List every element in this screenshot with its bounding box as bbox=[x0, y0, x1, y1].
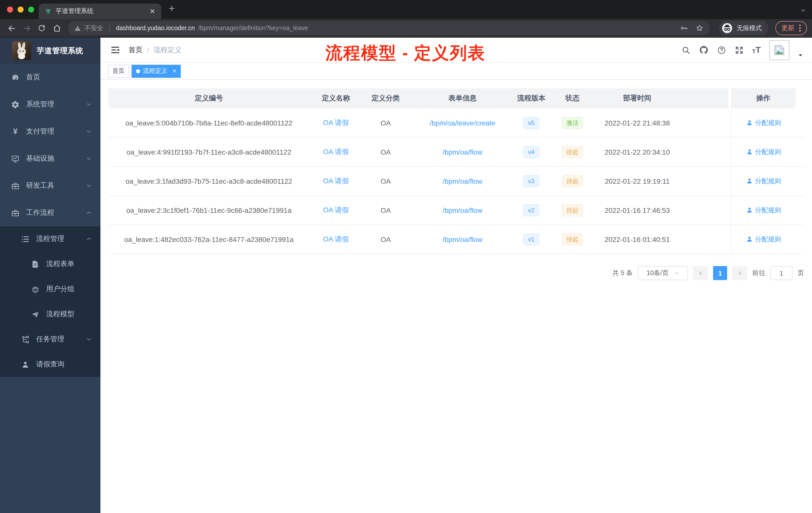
page-number-1[interactable]: 1 bbox=[713, 266, 727, 280]
chevron-down-icon bbox=[86, 156, 92, 162]
tab-search-caret-icon[interactable] bbox=[801, 6, 806, 15]
app-title: 芋道管理系统 bbox=[37, 46, 83, 56]
sidebar-item-task-management[interactable]: 任务管理 bbox=[0, 327, 100, 352]
form-info-link[interactable]: /bpm/oa/flow bbox=[443, 148, 483, 156]
tags-view-bar: 首页流程定义✕ bbox=[100, 63, 812, 80]
column-header: 状态 bbox=[546, 88, 599, 109]
help-icon[interactable] bbox=[717, 46, 726, 55]
assign-rule-link[interactable]: 分配规则 bbox=[746, 235, 781, 244]
sidebar-item-dev-tools[interactable]: 研发工具 bbox=[0, 172, 100, 199]
form-info-cell: /bpm/oa/flow bbox=[409, 138, 516, 166]
maximize-window-button[interactable] bbox=[28, 6, 34, 12]
browser-menu-kebab-icon[interactable] bbox=[799, 24, 801, 32]
deploy-time: 2022-01-22 21:48:38 bbox=[599, 109, 676, 137]
definition-name-link[interactable]: OA 请假 bbox=[323, 235, 349, 244]
sidebar-item-process-form[interactable]: 流程表单 bbox=[0, 251, 100, 277]
sidebar-item-workflow[interactable]: 工作流程 bbox=[0, 199, 100, 227]
operation-cell: 分配规则 bbox=[731, 196, 795, 224]
tag-close-icon[interactable]: ✕ bbox=[172, 68, 176, 74]
goto-page-input[interactable] bbox=[770, 266, 792, 280]
hamburger-icon[interactable] bbox=[107, 46, 123, 54]
gear-icon bbox=[10, 100, 20, 109]
chevron-up-icon bbox=[86, 236, 92, 242]
search-icon[interactable] bbox=[682, 46, 691, 55]
form-info-link[interactable]: /bpm/oa/flow bbox=[443, 206, 483, 214]
definition-category: OA bbox=[362, 167, 409, 195]
sidebar-item-user-group[interactable]: 用户分组 bbox=[0, 277, 100, 302]
definition-name-link[interactable]: OA 请假 bbox=[323, 176, 349, 185]
next-page-button[interactable] bbox=[732, 266, 747, 280]
breadcrumb-separator: / bbox=[147, 46, 149, 54]
sidebar-item-label: 流程管理 bbox=[36, 234, 64, 243]
password-key-icon[interactable] bbox=[680, 24, 688, 32]
sidebar-item-payment[interactable]: ¥支付管理 bbox=[0, 118, 100, 145]
font-size-icon[interactable]: TT bbox=[752, 46, 761, 54]
new-tab-button[interactable]: + bbox=[169, 2, 175, 14]
sidebar-logo[interactable]: 芋道管理系统 bbox=[0, 38, 100, 64]
tab-close-icon[interactable]: ✕ bbox=[150, 7, 155, 15]
tag-label: 首页 bbox=[113, 67, 124, 75]
assign-rule-link[interactable]: 分配规则 bbox=[746, 176, 781, 185]
close-window-button[interactable] bbox=[7, 6, 13, 12]
forward-icon[interactable] bbox=[20, 22, 33, 35]
breadcrumb-home[interactable]: 首页 bbox=[128, 46, 143, 55]
deploy-time: 2022-01-16 17:46:53 bbox=[599, 196, 676, 224]
sidebar-item-leave-query[interactable]: 请假查询 bbox=[0, 352, 100, 377]
status-badge: 挂起 bbox=[562, 146, 583, 158]
tree-icon bbox=[21, 335, 30, 343]
sidebar-item-process-model[interactable]: 流程模型 bbox=[0, 302, 100, 327]
prev-page-button[interactable] bbox=[693, 266, 708, 280]
definition-name-link[interactable]: OA 请假 bbox=[323, 118, 349, 127]
definition-category: OA bbox=[362, 225, 409, 253]
definition-id: oa_leave:5:004b710b-7b8a-11ec-8ef0-acde4… bbox=[109, 109, 309, 137]
annotation-title: 流程模型 - 定义列表 bbox=[325, 42, 485, 65]
tag-首页[interactable]: 首页 bbox=[108, 64, 129, 78]
back-icon[interactable] bbox=[5, 22, 18, 35]
sidebar-item-label: 系统管理 bbox=[26, 100, 54, 109]
status-badge: 挂起 bbox=[562, 204, 583, 216]
minimize-window-button[interactable] bbox=[18, 6, 24, 12]
assign-rule-link[interactable]: 分配规则 bbox=[746, 118, 781, 127]
form-info-cell: /bpm/oa/flow bbox=[409, 167, 516, 195]
page-size-select[interactable]: 10条/页 bbox=[638, 266, 688, 280]
avatar[interactable] bbox=[769, 40, 789, 60]
table-row: oa_leave:3:1fad3d93-7b75-11ec-a3c8-acde4… bbox=[109, 167, 804, 196]
status-badge: 挂起 bbox=[562, 233, 583, 245]
status-cell: 挂起 bbox=[546, 225, 599, 253]
update-button[interactable]: 更新 bbox=[775, 21, 807, 35]
reload-icon[interactable] bbox=[35, 22, 48, 35]
sidebar-submenu: 流程管理流程表单用户分组流程模型任务管理请假查询 bbox=[0, 227, 100, 377]
column-header: 定义分类 bbox=[362, 88, 409, 109]
deploy-time: 2022-01-22 20:34:10 bbox=[599, 138, 676, 166]
definition-name-link[interactable]: OA 请假 bbox=[323, 206, 349, 215]
definition-name-link[interactable]: OA 请假 bbox=[323, 147, 349, 156]
caret-down-icon[interactable] bbox=[798, 53, 803, 58]
form-info-link[interactable]: /bpm/oa/leave/create bbox=[430, 119, 495, 127]
column-header: 表单信息 bbox=[409, 88, 516, 109]
sidebar-item-home[interactable]: 首页 bbox=[0, 64, 100, 91]
form-info-link[interactable]: /bpm/oa/flow bbox=[443, 235, 483, 243]
github-icon[interactable] bbox=[699, 45, 708, 55]
version-tag: v1 bbox=[523, 233, 539, 245]
bookmark-star-icon[interactable] bbox=[696, 24, 703, 32]
tag-流程定义[interactable]: 流程定义✕ bbox=[132, 64, 181, 78]
column-header-filler bbox=[676, 88, 728, 109]
sidebar-item-infrastructure[interactable]: 基础设施 bbox=[0, 145, 100, 172]
fullscreen-icon[interactable] bbox=[735, 46, 744, 55]
column-header: 流程版本 bbox=[516, 88, 546, 109]
form-info-link[interactable]: /bpm/oa/flow bbox=[443, 177, 483, 185]
sidebar-item-label: 研发工具 bbox=[26, 181, 54, 190]
browser-tab[interactable]: 芋道管理系统 ✕ bbox=[39, 3, 161, 19]
assign-rule-link[interactable]: 分配规则 bbox=[746, 147, 781, 156]
assign-rule-label: 分配规则 bbox=[755, 147, 781, 156]
address-bar[interactable]: 不安全 | dashboard.yudao.iocoder.cn /bpm/ma… bbox=[68, 21, 710, 35]
sidebar-item-process-management[interactable]: 流程管理 bbox=[0, 227, 100, 251]
browser-tabstrip: 芋道管理系统 ✕ + bbox=[0, 0, 812, 19]
top-navbar: 首页 / 流程定义 流程模型 - 定义列表 TT bbox=[100, 38, 812, 63]
definition-name-cell: OA 请假 bbox=[309, 167, 362, 195]
sidebar-item-system[interactable]: 系统管理 bbox=[0, 91, 100, 118]
home-icon[interactable] bbox=[50, 22, 63, 35]
assign-user-icon bbox=[746, 207, 753, 213]
assign-rule-link[interactable]: 分配规则 bbox=[746, 206, 781, 215]
sidebar-item-label: 支付管理 bbox=[26, 127, 54, 136]
